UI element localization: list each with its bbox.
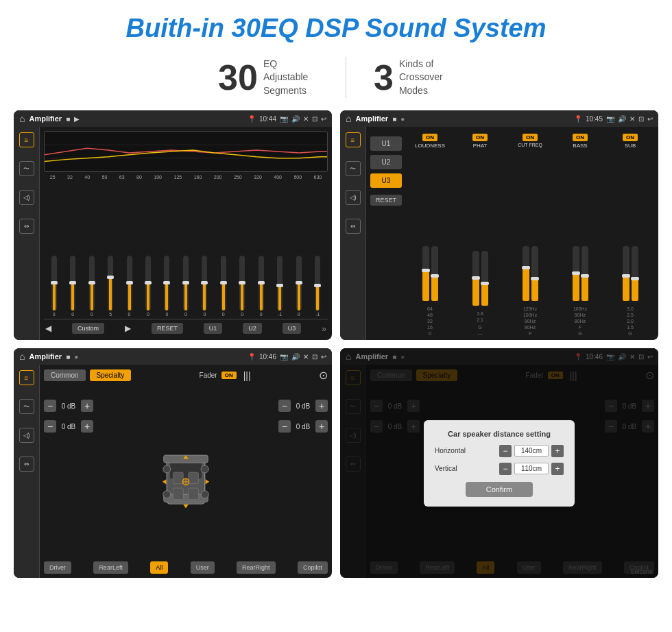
stat-crossover-desc: Kinds of Crossover Modes xyxy=(399,58,454,98)
bass-slider-2[interactable] xyxy=(581,246,588,301)
crossover-sidebar-icon-1[interactable]: ≡ xyxy=(346,132,361,147)
next-btn[interactable]: ▶ xyxy=(125,324,131,333)
eq-slider-track-6[interactable] xyxy=(164,256,169,311)
db-plus-2[interactable]: + xyxy=(81,420,93,433)
loudness-slider-2[interactable] xyxy=(431,246,438,301)
confirm-button[interactable]: Confirm xyxy=(466,482,533,497)
eq-sidebar-icon-4[interactable]: ⇔ xyxy=(19,219,34,234)
eq-slider-val-10: 0 xyxy=(241,312,243,317)
sub-slider-1[interactable] xyxy=(623,246,629,301)
u3-btn-2[interactable]: U3 xyxy=(370,173,402,188)
eq-slider-track-1[interactable] xyxy=(70,256,75,311)
u2-btn-2[interactable]: U2 xyxy=(370,155,402,169)
driver-btn[interactable]: Driver xyxy=(44,561,71,574)
u1-btn-2[interactable]: U1 xyxy=(370,136,402,151)
eq-slider-track-10[interactable] xyxy=(239,256,245,311)
home-icon-2[interactable]: ⌂ xyxy=(346,113,351,124)
db-plus-4[interactable]: + xyxy=(315,420,328,433)
reset-btn-2[interactable]: RESET xyxy=(370,195,402,206)
cutfreq-slider-2[interactable] xyxy=(531,246,538,301)
play-icon-1[interactable]: ■ xyxy=(66,115,70,123)
speaker-sidebar-icon-2[interactable]: 〜 xyxy=(19,399,34,414)
eq-sidebar-icon-2[interactable]: 〜 xyxy=(19,161,34,176)
cutfreq-slider-1[interactable] xyxy=(523,246,529,301)
u2-btn-1[interactable]: U2 xyxy=(243,323,262,334)
eq-slider-track-7[interactable] xyxy=(183,256,189,311)
fader-bars-icon[interactable]: ||| xyxy=(243,370,251,381)
home-icon-1[interactable]: ⌂ xyxy=(19,113,25,124)
user-icon[interactable]: ⊙ xyxy=(319,369,328,382)
db-minus-2[interactable]: − xyxy=(44,420,56,433)
specialty-mode-btn[interactable]: Specialty xyxy=(90,369,132,381)
eq-slider-track-11[interactable] xyxy=(259,256,264,311)
u1-btn-1[interactable]: U1 xyxy=(204,323,223,334)
eq-slider-col-14: -1 xyxy=(315,256,320,317)
db-plus-3[interactable]: + xyxy=(315,400,328,412)
prev-btn[interactable]: ◀ xyxy=(45,324,51,333)
expand-icon-1[interactable]: ⊡ xyxy=(312,115,317,123)
home-icon-3[interactable]: ⌂ xyxy=(19,351,25,362)
vertical-plus-btn[interactable]: + xyxy=(551,463,564,475)
play-icon-2[interactable]: ▶ xyxy=(74,115,80,123)
horizontal-minus-btn[interactable]: − xyxy=(499,445,512,457)
close-icon-3[interactable]: ✕ xyxy=(303,353,309,361)
eq-slider-col-7: 0 xyxy=(183,256,189,317)
stat-eq-desc: EQ Adjustable Segments xyxy=(263,58,318,98)
crossover-sidebar-icon-2[interactable]: 〜 xyxy=(346,161,361,176)
back-icon-1[interactable]: ↩ xyxy=(321,115,326,123)
eq-slider-track-3[interactable] xyxy=(108,256,113,311)
cutfreq-on-badge[interactable]: ON xyxy=(523,134,538,141)
phat-on-badge[interactable]: ON xyxy=(472,134,488,141)
sub-on-badge[interactable]: ON xyxy=(623,134,638,141)
db-minus-4[interactable]: − xyxy=(278,420,291,433)
preset-label[interactable]: Custom xyxy=(72,323,104,334)
dialog-title: Car speaker distance setting xyxy=(435,430,564,438)
reset-btn-1[interactable]: RESET xyxy=(152,323,183,334)
bass-on-badge[interactable]: ON xyxy=(573,134,588,141)
eq-sidebar-icon-1[interactable]: ≡ xyxy=(19,132,34,147)
phat-slider-1[interactable] xyxy=(472,251,479,306)
crossover-sidebar-icon-4[interactable]: ⇔ xyxy=(346,219,361,234)
phat-slider-2[interactable] xyxy=(481,251,488,306)
close-icon-2[interactable]: ✕ xyxy=(629,115,635,123)
speaker-sidebar-icon-4[interactable]: ⇔ xyxy=(19,457,34,472)
eq-slider-track-4[interactable] xyxy=(127,256,132,311)
loudness-slider-1[interactable] xyxy=(422,246,429,301)
expand-icon-3[interactable]: ⊡ xyxy=(312,353,317,361)
double-arrow-icon[interactable] xyxy=(322,322,326,335)
crossover-sidebar-icon-3[interactable]: ◁) xyxy=(346,190,361,205)
eq-slider-track-2[interactable] xyxy=(89,256,95,311)
eq-sidebar-icon-3[interactable]: ◁) xyxy=(19,190,34,205)
speaker-sidebar-icon-1[interactable]: ≡ xyxy=(19,370,34,385)
db-minus-1[interactable]: − xyxy=(44,400,56,412)
copilot-btn[interactable]: Copilot xyxy=(298,561,328,574)
loudness-on-badge[interactable]: ON xyxy=(422,134,437,141)
common-mode-btn[interactable]: Common xyxy=(44,369,86,381)
screen-crossover: ⌂ Amplifier ■ ● 📍 10:45 📷 🔊 ✕ ⊡ ↩ ≡ xyxy=(340,110,658,340)
u3-btn-1[interactable]: U3 xyxy=(283,323,302,334)
close-icon-1[interactable]: ✕ xyxy=(303,115,309,123)
rearleft-btn[interactable]: RearLeft xyxy=(93,561,128,574)
sub-slider-2[interactable] xyxy=(632,246,638,301)
all-btn[interactable]: All xyxy=(150,561,168,574)
eq-slider-track-13[interactable] xyxy=(296,256,302,311)
eq-slider-track-9[interactable] xyxy=(221,256,226,311)
eq-slider-track-0[interactable] xyxy=(51,256,57,311)
user-btn[interactable]: User xyxy=(191,561,215,574)
db-minus-3[interactable]: − xyxy=(278,400,291,412)
bass-slider-1[interactable] xyxy=(573,246,579,301)
channel-cutfreq: ON CUT FREQ xyxy=(506,131,554,336)
eq-slider-track-5[interactable] xyxy=(145,256,151,311)
eq-slider-track-12[interactable] xyxy=(277,256,283,311)
eq-slider-track-8[interactable] xyxy=(202,256,207,311)
speaker-sidebar-icon-3[interactable]: ◁) xyxy=(19,428,34,443)
vertical-minus-btn[interactable]: − xyxy=(499,463,512,475)
back-icon-3[interactable]: ↩ xyxy=(321,353,326,361)
eq-slider-track-14[interactable] xyxy=(315,256,320,311)
expand-icon-2[interactable]: ⊡ xyxy=(638,115,644,123)
svg-marker-19 xyxy=(183,505,188,509)
rearright-btn[interactable]: RearRight xyxy=(237,561,276,574)
horizontal-plus-btn[interactable]: + xyxy=(551,445,564,457)
db-plus-1[interactable]: + xyxy=(81,400,93,412)
back-icon-2[interactable]: ↩ xyxy=(647,115,653,123)
